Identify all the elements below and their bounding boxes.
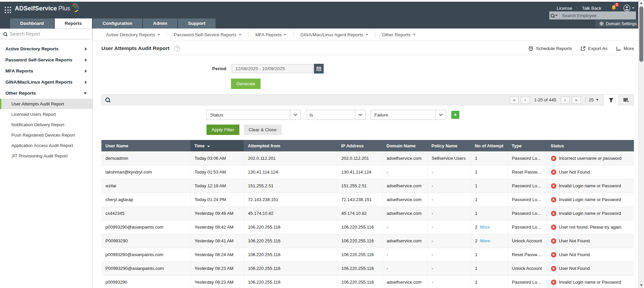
more-attempts-link[interactable]: More	[480, 225, 490, 230]
cell-domain-name: adselfservice.com	[382, 206, 427, 220]
subnav-password-self-service-reports[interactable]: Password Self-Service Reports	[167, 32, 249, 37]
column-header-no-of-attempt[interactable]: No of Attempt	[471, 140, 508, 151]
notifications-bell-icon[interactable]: 1	[611, 5, 616, 11]
vertical-scrollbar[interactable]	[638, 0, 644, 288]
more-attempts-link[interactable]: More	[480, 238, 490, 243]
filter-operator-select[interactable]: Is	[306, 110, 366, 120]
column-header-ip-address[interactable]: IP Address	[337, 140, 382, 151]
column-header-attempted-from[interactable]: Attempted from	[244, 140, 337, 151]
app-launcher-icon[interactable]	[5, 7, 11, 13]
title-divider	[101, 55, 634, 55]
domain-settings-label: Domain Settings	[606, 21, 637, 26]
period-range-input[interactable]	[232, 64, 313, 73]
calendar-button[interactable]	[314, 64, 324, 74]
column-chooser-button[interactable]	[619, 95, 634, 105]
last-page-button[interactable]: »	[572, 96, 581, 104]
license-link[interactable]: License	[552, 6, 577, 11]
sidebar-item-label: Other Reports	[5, 91, 36, 96]
employee-search-icon[interactable]	[549, 11, 559, 19]
subnav-gina-mac-linux-agent-reports[interactable]: GINA/Mac/Linux Agent Reports	[293, 32, 375, 37]
calendar-icon	[316, 66, 321, 71]
subnav-mfa-reports[interactable]: MFA Reports	[248, 32, 293, 37]
report-search-input[interactable]	[10, 31, 89, 37]
column-header-policy-name[interactable]: Policy Name	[427, 140, 471, 151]
cell-no-of-attempt: 1	[471, 275, 508, 288]
sidebar-item-other-reports[interactable]: Other Reports	[0, 88, 92, 99]
sidebar-subitem-push-registered-devices-report[interactable]: Push Registered Devices Report	[0, 130, 92, 140]
user-menu[interactable]	[623, 4, 635, 12]
sidebar-subitem-jit-provisioning-audit-report[interactable]: JIT Provisioning Audit Report	[0, 151, 92, 161]
schedule-reports-button[interactable]: Schedule Reports	[528, 46, 572, 51]
tab-dashboard[interactable]: Dashboard	[10, 18, 54, 29]
cell-user-name: lakshman@kyndryl.com	[101, 165, 190, 179]
sidebar-subitem-application-access-audit-report[interactable]: Application Access Audit Report	[0, 140, 92, 151]
cell-attempted-from: 151.255.2.51	[244, 179, 337, 193]
table-toolbar: « ‹ 1-25 of 445 › » 25	[101, 94, 634, 105]
sidebar-item-label: MFA Reports	[5, 68, 33, 74]
generate-button[interactable]: Generate	[231, 79, 261, 89]
add-filter-button[interactable]: +	[451, 111, 459, 119]
scrollbar-thumb[interactable]	[639, 6, 643, 62]
sidebar-subitem-user-attempts-audit-report[interactable]: User Attempts Audit Report	[0, 99, 92, 109]
error-status-icon: ×	[551, 156, 556, 161]
subnav-active-directory-reports[interactable]: Active Directory Reports	[99, 32, 167, 37]
cell-attempted-from: 106.220.255.116	[244, 248, 337, 261]
chevron-right-icon	[85, 47, 87, 51]
employee-search-input[interactable]	[559, 13, 636, 18]
brand-logo[interactable]: ADSelfService Plus	[15, 5, 80, 12]
subnav-other-reports[interactable]: Other Reports	[375, 32, 422, 37]
export-as-button[interactable]: Export As	[581, 46, 607, 51]
next-page-button[interactable]: ›	[561, 96, 570, 104]
cell-policy-name: -	[427, 275, 471, 288]
cell-time: Today 01:24 PM	[190, 193, 244, 206]
error-status-icon: ×	[551, 197, 556, 202]
clear-close-button[interactable]: Clear & Close	[244, 125, 282, 135]
apply-filter-button[interactable]: Apply Filter	[206, 125, 239, 135]
filter-toggle-button[interactable]	[603, 95, 619, 106]
help-icon[interactable]: ?	[174, 46, 180, 51]
sidebar-subitem-licensed-users-report[interactable]: Licensed Users Report	[0, 109, 92, 119]
table-row: P00993290@asianpaints.comYesterday 08:23…	[101, 261, 634, 275]
search-icon	[3, 32, 7, 36]
cell-user-name: wzilai	[101, 179, 190, 193]
table-row: lakshman@kyndryl.comToday 01:53 AM130.41…	[101, 165, 634, 179]
scroll-down-arrow[interactable]	[639, 282, 644, 288]
chevron-right-icon	[85, 58, 87, 62]
column-header-domain-name[interactable]: Domain Name	[382, 140, 427, 151]
sidebar-item-mfa-reports[interactable]: MFA Reports	[0, 65, 92, 77]
tab-support[interactable]: Support	[178, 18, 216, 29]
cell-user-name: p00993290@asianpaints.com	[101, 220, 190, 234]
sidebar-subitem-notification-delivery-report[interactable]: Notification Delivery Report	[0, 119, 92, 130]
cell-no-of-attempt: 1	[471, 165, 508, 179]
error-status-icon: ×	[551, 211, 556, 216]
sidebar-item-active-directory-reports[interactable]: Active Directory Reports	[0, 43, 92, 54]
cell-attempted-from: 106.220.255.116	[244, 275, 337, 288]
cell-attempted-from: 106.220.255.116	[244, 261, 337, 275]
table-search-icon[interactable]	[105, 98, 110, 102]
prev-page-button[interactable]: ‹	[521, 96, 530, 104]
sidebar-item-password-self-service-reports[interactable]: Password Self-Service Reports	[0, 54, 92, 65]
chevron-down-icon	[84, 92, 87, 94]
error-status-icon: ×	[551, 170, 556, 175]
filter-field-select[interactable]: Status	[206, 110, 301, 120]
status-text: Invalid Login name or Password	[559, 211, 621, 216]
talkback-link[interactable]: Talk Back	[577, 6, 606, 11]
sidebar-item-gina-mac-linux-agent-reports[interactable]: GINA/Mac/Linux Agent Reports	[0, 77, 92, 88]
page-size-select[interactable]: 25	[589, 97, 599, 102]
column-header-time[interactable]: Time	[190, 140, 244, 151]
column-header-user-name[interactable]: User Name	[101, 140, 190, 151]
filter-panel: Status Is Failure + Apply Filter C	[101, 105, 634, 140]
cell-domain-name: adselfservice.com	[382, 234, 427, 248]
more-actions-button[interactable]: More	[616, 46, 634, 51]
column-header-type[interactable]: Type	[508, 140, 547, 151]
first-page-button[interactable]: «	[510, 96, 519, 104]
error-status-icon: ×	[551, 183, 556, 189]
tab-configuration[interactable]: Configuration	[93, 18, 142, 29]
cell-no-of-attempt: 1	[471, 193, 508, 206]
tab-reports[interactable]: Reports	[55, 18, 92, 29]
scroll-up-arrow[interactable]	[639, 0, 644, 6]
filter-criteria-select[interactable]: Failure	[371, 110, 446, 120]
domain-settings-button[interactable]: Domain Settings	[595, 20, 641, 28]
tab-admin[interactable]: Admin	[143, 18, 177, 29]
column-header-status[interactable]: Status	[547, 140, 634, 151]
